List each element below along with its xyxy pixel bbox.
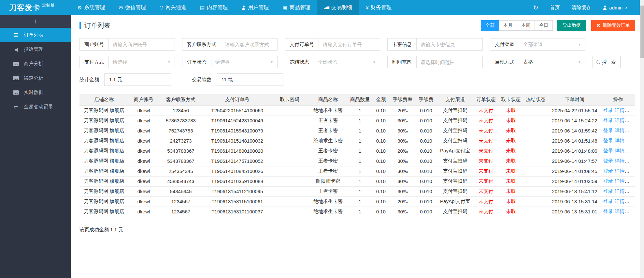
sidebar-item-5[interactable]: ▲▲实时数据 <box>0 85 71 100</box>
table-cell: 2019-06-13 15:31:01 <box>549 207 601 217</box>
table-cell: 未支付 <box>473 105 499 116</box>
filter-select[interactable]: 请选择▼ <box>211 59 277 65</box>
home-link[interactable]: 首页 <box>550 5 560 11</box>
table-cell: 0.010 <box>415 186 437 196</box>
top-navbar: 刀客发卡 定制版 ⚙系统管理✉微信管理℗网关通道▤内容管理用户管理▣商品管理▂▅… <box>0 0 644 15</box>
filter-input[interactable] <box>417 59 482 65</box>
login-link[interactable]: 登录 <box>603 117 613 123</box>
table-cell: T190613154112100095 <box>203 186 272 196</box>
sidebar-item-1[interactable]: ☰订单列表 <box>0 28 71 42</box>
filter-select[interactable]: 请选择▼ <box>109 59 175 65</box>
sidebar-menu: ☰订单列表◀投诉管理▲▲商户分析▲▲渠道分析▲▲实时数据⇄金额变动记录 <box>0 28 71 114</box>
table-row: 刀客源码网 旗舰店dkewl1234567T190613153101100037… <box>79 207 635 217</box>
table-cell: 1 <box>349 176 371 186</box>
filter-input[interactable] <box>221 42 277 47</box>
filter-row-1: 商户账号客户联系方式支付订单号卡密信息支付渠道全部渠道▼ <box>79 38 635 51</box>
exchange-icon: ⇄ <box>12 104 20 109</box>
filter-select[interactable]: 全部状态▼ <box>314 59 380 65</box>
page-title: 订单列表 <box>79 21 110 30</box>
login-link[interactable]: 登录 <box>603 188 613 194</box>
table-cell: 绝地求生卡密 <box>308 196 349 207</box>
filter-input[interactable] <box>109 42 175 47</box>
nav-item-8[interactable]: ¥财务管理 <box>359 0 398 15</box>
detail-link[interactable]: 详情 <box>615 107 624 113</box>
table-cell: dkewl <box>129 196 159 207</box>
table-cell: 0.010 <box>415 116 437 126</box>
delete-invalid-orders-button[interactable]: ✖ 删除无效订单 <box>591 20 635 31</box>
detail-link[interactable]: 详情 <box>615 117 624 123</box>
table-cell: 未支付 <box>473 207 499 217</box>
sidebar-item-2[interactable]: ◀投诉管理 <box>0 42 71 56</box>
table-cell: 20‰ <box>390 105 415 116</box>
login-link[interactable]: 登录 <box>603 158 613 163</box>
login-link[interactable]: 登录 <box>603 198 613 204</box>
nav-item-3[interactable]: ℗网关通道 <box>153 0 193 15</box>
sidebar-item-6[interactable]: ⇄金额变动记录 <box>0 100 71 114</box>
table-cell <box>272 176 308 186</box>
table-cell: 1 <box>349 196 371 207</box>
login-link[interactable]: 登录 <box>603 107 613 113</box>
table-cell: 未取 <box>499 146 523 156</box>
table-cell <box>523 105 548 116</box>
actions-cell: 登录详情删除 <box>601 126 635 136</box>
nav-item-6[interactable]: ▣商品管理 <box>276 0 317 15</box>
filter-input[interactable] <box>319 42 380 47</box>
login-link[interactable]: 登录 <box>603 208 613 214</box>
filter-select[interactable]: 全部渠道▼ <box>519 41 585 48</box>
table-cell: 1 <box>349 105 371 116</box>
login-link[interactable]: 登录 <box>603 138 613 143</box>
detail-link[interactable]: 详情 <box>615 148 624 153</box>
detail-link[interactable]: 详情 <box>615 198 624 204</box>
detail-link[interactable]: 详情 <box>615 168 624 174</box>
nav-item-7[interactable]: ▂▅▇交易明细 <box>317 0 359 15</box>
login-link[interactable]: 登录 <box>603 168 613 174</box>
table-cell: 支付宝扫码 <box>437 207 473 217</box>
nav-item-4[interactable]: ▤内容管理 <box>193 0 235 15</box>
detail-link[interactable]: 详情 <box>615 208 624 214</box>
chevron-down-icon: ▼ <box>167 60 171 64</box>
nav-item-5[interactable]: 用户管理 <box>235 0 276 15</box>
table-cell: 绝地求生卡密 <box>308 105 349 116</box>
detail-link[interactable]: 详情 <box>615 138 624 143</box>
user-menu[interactable]: admin ∧ <box>603 5 628 10</box>
nav-item-1[interactable]: ⚙系统管理 <box>71 0 112 15</box>
login-link[interactable]: 登录 <box>603 148 613 153</box>
sidebar-collapse-toggle[interactable]: ⋮ <box>0 15 71 28</box>
nav-item-2[interactable]: ✉微信管理 <box>112 0 153 15</box>
filter-select[interactable]: 表格▼ <box>519 59 585 65</box>
table-cell: 54345345 <box>159 186 203 196</box>
transaction-count-label: 交易笔数 <box>192 77 211 83</box>
scrollbar-thumb[interactable] <box>640 6 644 58</box>
table-row: 刀客源码网 旗舰店dkewl57863783783T19061415242310… <box>79 116 635 126</box>
table-cell: 2019-06-14 01:08:45 <box>549 166 601 176</box>
refresh-button[interactable]: ↻ <box>533 5 538 11</box>
table-cell <box>272 156 308 166</box>
clear-cache-link[interactable]: 清除缓存 <box>571 5 591 11</box>
table-cell: PayApi支付宝 <box>437 196 473 207</box>
table-cell <box>523 196 548 207</box>
table-cell: 0.10 <box>371 207 390 217</box>
nav-item-label: 交易明细 <box>331 4 352 11</box>
search-button[interactable]: 搜 索 <box>593 56 621 68</box>
filter-input[interactable] <box>417 42 482 47</box>
login-link[interactable]: 登录 <box>603 178 613 184</box>
actions-cell: 登录详情删除 <box>601 176 635 186</box>
detail-link[interactable]: 详情 <box>615 178 624 184</box>
app-logo: 刀客发卡 定制版 <box>0 0 71 15</box>
scroll-up-icon[interactable]: ▲ <box>640 0 644 5</box>
detail-link[interactable]: 详情 <box>615 188 624 194</box>
browser-scrollbar[interactable]: ▲ <box>640 0 644 278</box>
sidebar-item-label: 实时数据 <box>24 89 43 96</box>
sidebar-item-4[interactable]: ▲▲渠道分析 <box>0 71 71 85</box>
login-link[interactable]: 登录 <box>603 128 613 133</box>
range-tab-3[interactable]: 本周 <box>517 20 535 31</box>
range-tab-1[interactable]: 全部 <box>481 20 499 31</box>
detail-link[interactable]: 详情 <box>615 128 624 133</box>
range-tab-4[interactable]: 今日 <box>535 20 553 31</box>
filter-group: 冻结状态全部状态▼ <box>285 56 380 68</box>
detail-link[interactable]: 详情 <box>615 158 624 163</box>
nav-item-label: 微信管理 <box>125 4 146 11</box>
sidebar-item-3[interactable]: ▲▲商户分析 <box>0 56 71 71</box>
export-data-button[interactable]: 导出数据 <box>557 20 586 31</box>
range-tab-2[interactable]: 本月 <box>499 20 517 31</box>
